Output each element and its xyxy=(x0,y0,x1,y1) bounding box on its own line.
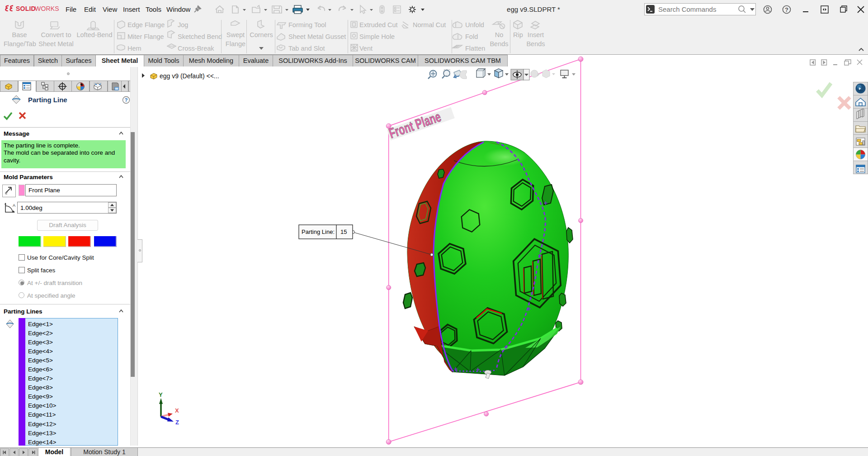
svg-text:X: X xyxy=(175,407,179,414)
svg-text:egg v9 (Default) <<...: egg v9 (Default) <<... xyxy=(160,72,219,80)
svg-text:?: ? xyxy=(124,97,127,103)
svg-text:WORKS: WORKS xyxy=(35,5,59,12)
svg-text:Front Plane: Front Plane xyxy=(387,109,443,141)
svg-text:Parting Line:: Parting Line: xyxy=(302,228,335,235)
svg-text:?: ? xyxy=(785,6,788,13)
svg-text:A: A xyxy=(13,203,15,208)
svg-text:15: 15 xyxy=(340,228,347,235)
svg-text:Z: Z xyxy=(175,419,179,426)
svg-text:SOLID: SOLID xyxy=(16,5,36,12)
svg-text:Y: Y xyxy=(159,391,163,398)
